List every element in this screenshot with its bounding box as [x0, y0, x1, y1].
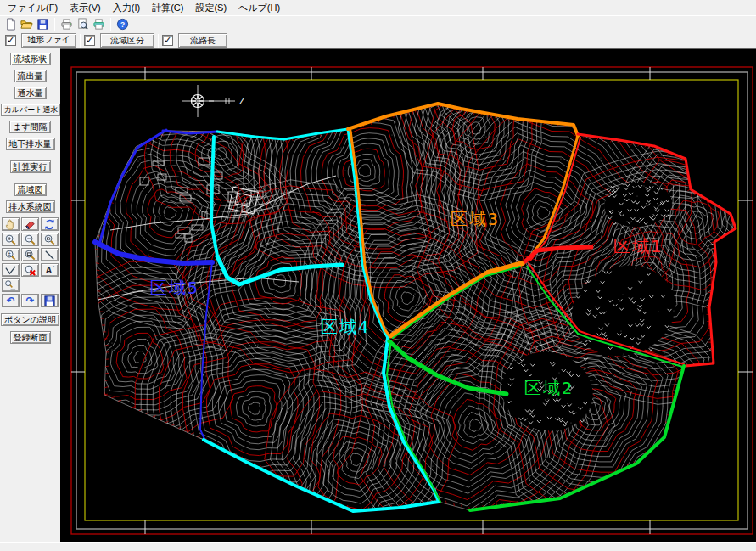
open-folder-icon [20, 18, 33, 31]
line-draw-button[interactable] [41, 248, 59, 261]
button-help-button[interactable]: ボタンの説明 [1, 313, 59, 326]
print-preview-button[interactable] [75, 17, 91, 32]
tool-row: A° [0, 263, 60, 277]
map-canvas[interactable]: 区域1区域2区域3区域4区域5Z [60, 48, 756, 542]
print-setup-button[interactable] [91, 17, 107, 32]
sidebar-button-4[interactable]: ます間隔 [9, 121, 50, 133]
redraw-icon [43, 218, 56, 231]
registered-section-button[interactable]: 登録断面 [10, 331, 51, 344]
menu-item-5[interactable]: ヘルプ(H) [232, 0, 286, 16]
new-file-button[interactable] [3, 17, 19, 32]
zoom-out-icon [24, 233, 36, 246]
print-setup-icon [92, 18, 105, 31]
measure-button[interactable] [2, 278, 20, 292]
pan-hand-button[interactable] [2, 217, 20, 231]
region-label-3: 区域3 [451, 209, 500, 229]
redraw-button[interactable] [41, 217, 59, 231]
sidebar-button-5[interactable]: 地下排水量 [6, 138, 55, 150]
sidebar-button-3[interactable]: カルバート通水 [1, 104, 60, 116]
redo-icon: ↷ [24, 295, 36, 307]
tool-row: ± [0, 248, 60, 261]
toggle-separator [158, 34, 159, 48]
tool-row [0, 233, 60, 246]
zoom-in-button[interactable] [2, 233, 20, 246]
help-icon: ? [116, 18, 129, 31]
sidebar-button-0[interactable]: 流域形状 [10, 53, 51, 65]
zoom-extents-button[interactable]: ± [2, 248, 20, 261]
svg-text:↷: ↷ [26, 295, 35, 306]
svg-text:↶: ↶ [6, 295, 15, 306]
save-view-icon [43, 295, 56, 307]
zoom-window-button[interactable] [41, 233, 59, 246]
layer-checkbox-0[interactable]: ✓ [5, 35, 16, 46]
zoom-previous-button[interactable] [21, 248, 39, 261]
layer-button-0[interactable]: 地形ファイル [21, 33, 76, 48]
sidebar: 流域形状流出量通水量カルバート通水ます間隔地下排水量計算実行流域図排水系統図±A… [0, 48, 60, 542]
menu-item-1[interactable]: 表示(V) [64, 0, 107, 16]
sidebar-button-2[interactable]: 通水量 [14, 87, 47, 99]
undo-icon: ↶ [4, 295, 17, 307]
svg-text:?: ? [120, 20, 125, 29]
tool-grid: ±A°↶↷ [0, 217, 60, 307]
svg-text:°: ° [53, 264, 54, 269]
zoom-out-button[interactable] [21, 233, 39, 246]
print-preview-icon [76, 18, 89, 31]
open-folder-button[interactable] [19, 17, 35, 32]
undo-button[interactable]: ↶ [2, 294, 20, 307]
polyline-draw-icon [4, 264, 17, 277]
toolbar-separator [110, 18, 111, 31]
save-view-button[interactable] [41, 294, 59, 307]
layer-button-2[interactable]: 流路長 [178, 33, 227, 48]
new-file-icon [4, 18, 17, 31]
pan-hand-icon [4, 218, 17, 231]
region-label-5: 区域5 [150, 278, 199, 298]
text-height-icon: A° [43, 264, 56, 277]
help-button[interactable]: ? [115, 17, 131, 32]
menu-item-3[interactable]: 計算(C) [146, 0, 189, 16]
toggle-separator [80, 34, 81, 48]
status-bar [0, 542, 756, 551]
region-label-1: 区域1 [613, 236, 663, 256]
zoom-in-icon [4, 233, 17, 246]
line-draw-icon [43, 249, 56, 261]
tool-row [0, 217, 60, 231]
redo-button[interactable]: ↷ [21, 294, 39, 307]
svg-text:±: ± [8, 250, 11, 256]
text-height-button[interactable]: A° [41, 263, 59, 277]
menu-item-4[interactable]: 設定(S) [189, 0, 232, 16]
eraser-button[interactable] [21, 217, 39, 231]
zoom-extents-icon: ± [4, 249, 17, 261]
sidebar-button-1[interactable]: 流出量 [14, 70, 47, 82]
layer-checkbox-2[interactable]: ✓ [162, 35, 173, 46]
save-file-button[interactable] [35, 17, 51, 32]
region-label-2: 区域2 [524, 378, 574, 398]
toolbar: ? [0, 15, 756, 32]
region-label-4: 区域4 [321, 317, 370, 337]
tool-row: ↶↷ [0, 294, 60, 307]
zoom-cancel-button[interactable] [21, 263, 39, 277]
svg-text:A: A [46, 266, 53, 275]
execute-button[interactable]: 計算実行 [10, 160, 51, 173]
menu-item-2[interactable]: 入力(I) [107, 0, 146, 16]
cad-drawing[interactable]: 区域1区域2区域3区域4区域5Z [60, 49, 756, 543]
print-button[interactable] [59, 17, 75, 32]
menu-bar: ファイル(F)表示(V)入力(I)計算(C)設定(S)ヘルプ(H) [0, 0, 756, 15]
toolbar-separator [54, 18, 55, 31]
zoom-window-icon [43, 233, 56, 246]
measure-icon [4, 279, 17, 292]
layer-toggle-row: ✓地形ファイル✓流域区分✓流路長 [0, 32, 756, 48]
view-button-0[interactable]: 流域図 [14, 183, 47, 196]
save-file-icon [36, 18, 49, 31]
app-window: ファイル(F)表示(V)入力(I)計算(C)設定(S)ヘルプ(H) ? ✓地形フ… [0, 0, 756, 551]
zoom-cancel-icon [24, 264, 36, 277]
layer-checkbox-1[interactable]: ✓ [84, 35, 95, 46]
eraser-icon [24, 218, 36, 231]
print-icon [60, 18, 73, 31]
layer-button-1[interactable]: 流域区分 [100, 33, 154, 48]
tool-row [0, 278, 60, 292]
compass-z-label: Z [239, 97, 244, 106]
menu-item-0[interactable]: ファイル(F) [2, 0, 64, 16]
zoom-previous-icon [24, 249, 36, 261]
polyline-draw-button[interactable] [2, 263, 20, 277]
view-button-1[interactable]: 排水系統図 [6, 200, 55, 213]
